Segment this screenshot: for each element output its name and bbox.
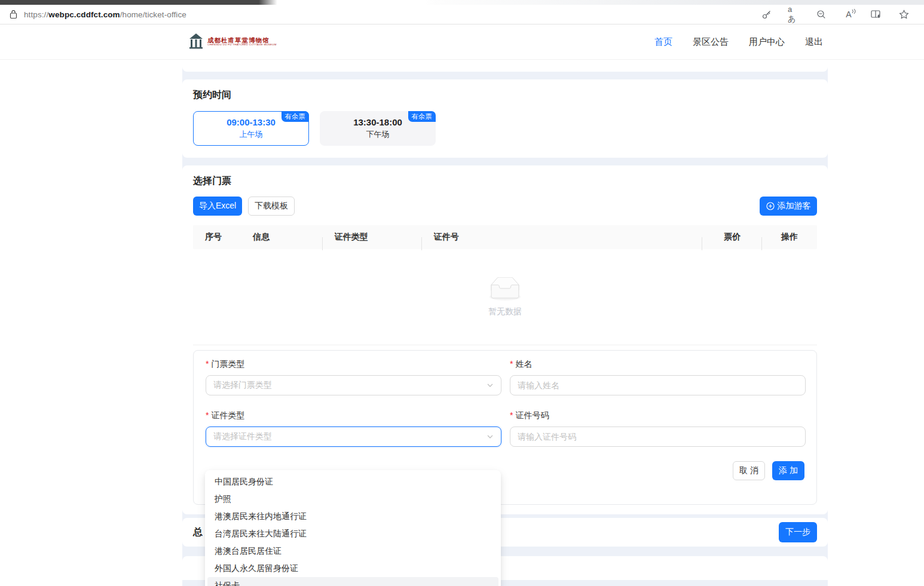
next-step-button[interactable]: 下一步 (779, 522, 817, 542)
favorite-star-icon[interactable] (898, 8, 910, 20)
empty-state: 暂无数据 (193, 249, 817, 345)
plus-circle-icon (766, 202, 775, 210)
ticket-selection-card: 选择门票 导入Excel 下载模板 添加游客 序号 信息 证件类型 证件号 票价… (182, 165, 828, 514)
translate-icon[interactable]: aあ (788, 8, 800, 20)
nav-item-logout[interactable]: 退出 (805, 36, 823, 48)
chevron-down-icon (487, 382, 494, 389)
cert-type-field: *证件类型 请选择证件类型 (206, 410, 501, 447)
dropdown-option-hk-macau-permit[interactable]: 港澳居民来往内地通行证 (207, 508, 498, 525)
cert-number-input-wrap (510, 427, 806, 447)
dropdown-option-passport[interactable]: 护照 (207, 490, 498, 508)
ticket-type-placeholder: 请选择门票类型 (213, 380, 482, 391)
browser-tab-strip (0, 0, 924, 5)
col-price: 票价 (702, 232, 762, 243)
cert-number-label: *证件号码 (510, 410, 806, 421)
dropdown-option-residence-permit[interactable]: 港澳台居民居住证 (207, 542, 498, 560)
required-marker: * (206, 359, 209, 369)
reservation-time-card: 预约时间 09:00-13:30 上午场 有余票 13:30-18:00 下午场… (182, 79, 828, 158)
visitor-table: 序号 信息 证件类型 证件号 票价 操作 暂无数据 (193, 225, 817, 345)
lock-icon[interactable] (6, 10, 20, 19)
required-marker: * (510, 359, 513, 369)
total-label: 总 (193, 526, 203, 539)
col-index: 序号 (193, 232, 241, 243)
ticket-selection-title: 选择门票 (193, 175, 817, 188)
empty-text: 暂无数据 (488, 306, 522, 317)
immersive-reader-icon[interactable] (870, 8, 882, 20)
cert-type-select[interactable]: 请选择证件类型 (206, 427, 501, 447)
name-field-block: *姓名 (510, 359, 806, 395)
col-cert-no: 证件号 (422, 232, 703, 243)
visitor-table-header: 序号 信息 证件类型 证件号 票价 操作 (193, 225, 817, 249)
col-cert-type: 证件类型 (323, 232, 422, 243)
col-operation: 操作 (762, 232, 817, 243)
required-marker: * (510, 410, 513, 420)
name-input-wrap (510, 375, 806, 395)
url-text[interactable]: https://webpc.cddfct.com/home/ticket-off… (24, 10, 186, 19)
tickets-available-badge: 有余票 (408, 111, 436, 122)
dropdown-option-foreigner-permit[interactable]: 外国人永久居留身份证 (207, 560, 498, 577)
url-scheme: https:// (24, 10, 48, 19)
dropdown-option-id-card[interactable]: 中国居民身份证 (207, 473, 498, 490)
nav-item-home[interactable]: 首页 (654, 36, 672, 48)
empty-inbox-icon (486, 277, 524, 302)
col-info: 信息 (241, 232, 323, 243)
url-host: webpc.cddfct.com (48, 10, 120, 19)
site-header: 成都杜甫草堂博物馆 CHENGDU DU FU THATCHED COTTAGE… (0, 24, 924, 60)
dropdown-option-social-security-card[interactable]: 社保卡 (207, 577, 498, 586)
tickets-available-badge: 有余票 (282, 111, 310, 122)
browser-address-bar[interactable]: https://webpc.cddfct.com/home/ticket-off… (0, 5, 924, 24)
download-template-button[interactable]: 下载模板 (248, 197, 295, 216)
add-visitor-button[interactable]: 添加游客 (760, 197, 817, 216)
cancel-button[interactable]: 取 消 (733, 461, 765, 480)
zoom-out-icon[interactable] (815, 8, 827, 20)
cert-number-input[interactable] (518, 432, 798, 441)
main-nav: 首页 景区公告 用户中心 退出 (654, 36, 823, 48)
time-slot-afternoon[interactable]: 13:30-18:00 下午场 有余票 (320, 111, 436, 146)
slot-name: 上午场 (240, 129, 263, 140)
name-label: *姓名 (510, 359, 806, 370)
cert-type-placeholder: 请选择证件类型 (213, 431, 482, 442)
ticket-type-select[interactable]: 请选择门票类型 (206, 375, 501, 395)
nav-item-user-center[interactable]: 用户中心 (749, 36, 785, 48)
slot-time: 13:30-18:00 (353, 117, 402, 127)
cert-number-field: *证件号码 (510, 410, 806, 447)
pavilion-logo-icon (188, 33, 204, 51)
name-input[interactable] (518, 381, 798, 390)
time-slot-morning[interactable]: 09:00-13:30 上午场 有余票 (193, 111, 309, 146)
ticket-type-field: *门票类型 请选择门票类型 (206, 359, 501, 395)
cert-type-label: *证件类型 (206, 410, 501, 421)
password-key-icon[interactable] (760, 8, 772, 20)
import-excel-button[interactable]: 导入Excel (193, 197, 242, 216)
slot-name: 下午场 (366, 129, 390, 140)
chevron-down-icon (487, 433, 494, 440)
reservation-time-title: 预约时间 (193, 89, 817, 102)
slot-time: 09:00-13:30 (227, 117, 276, 127)
cert-type-dropdown: 中国居民身份证 护照 港澳居民来往内地通行证 台湾居民来往大陆通行证 港澳台居民… (205, 470, 501, 586)
ticket-type-label: *门票类型 (206, 359, 501, 370)
required-marker: * (206, 410, 209, 420)
site-logo[interactable]: 成都杜甫草堂博物馆 CHENGDU DU FU THATCHED COTTAGE… (188, 33, 280, 51)
read-aloud-icon[interactable]: A (843, 8, 855, 20)
logo-subtitle: CHENGDU DU FU THATCHED COTTAGE MUSEUM (207, 44, 277, 47)
nav-item-announcements[interactable]: 景区公告 (693, 36, 729, 48)
dropdown-option-taiwan-permit[interactable]: 台湾居民来往大陆通行证 (207, 525, 498, 542)
add-button[interactable]: 添 加 (772, 461, 804, 480)
previous-card-bottom (182, 60, 828, 72)
url-path: /home/ticket-office (120, 10, 186, 19)
